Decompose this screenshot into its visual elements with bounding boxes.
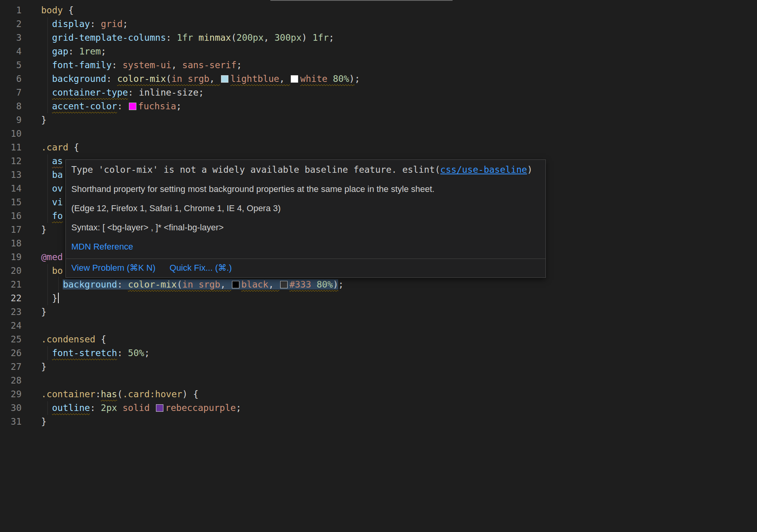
color-swatch[interactable] bbox=[291, 75, 298, 83]
code-token: { bbox=[95, 334, 106, 344]
code-line[interactable]: 9} bbox=[0, 113, 757, 127]
code-content: font-stretch: 50%; bbox=[22, 346, 150, 360]
code-token bbox=[41, 33, 52, 43]
line-number: 2 bbox=[0, 17, 22, 31]
hover-description: Shorthand property for setting most back… bbox=[71, 184, 540, 195]
code-content: ba bbox=[22, 168, 63, 182]
code-token: ; bbox=[144, 348, 150, 358]
code-line[interactable]: 6 background: color-mix(in srgb, lightbl… bbox=[0, 72, 757, 86]
code-line[interactable]: 25.condensed { bbox=[0, 333, 757, 346]
diagnostic-text: Type 'color-mix' is not a widely availab… bbox=[71, 165, 440, 175]
code-line[interactable]: 29.container:has(.card:hover) { bbox=[0, 387, 757, 401]
code-line[interactable]: 8 accent-color: fuchsia; bbox=[0, 100, 757, 113]
code-line[interactable]: 11.card { bbox=[0, 141, 757, 154]
code-line[interactable]: 4 gap: 1rem; bbox=[0, 45, 757, 58]
code-token: 1fr bbox=[312, 33, 329, 43]
code-token: ( bbox=[177, 279, 182, 290]
mdn-reference-link[interactable]: MDN Reference bbox=[71, 242, 133, 252]
code-token: : bbox=[166, 33, 177, 43]
code-token: grid-template-columns bbox=[52, 33, 166, 43]
code-token: rebeccapurple bbox=[155, 403, 236, 413]
code-token: } bbox=[41, 362, 47, 372]
color-swatch[interactable] bbox=[129, 103, 136, 110]
code-content: } bbox=[22, 291, 59, 305]
code-token bbox=[41, 101, 52, 111]
code-line[interactable]: 24 bbox=[0, 319, 757, 333]
code-content: } bbox=[22, 415, 47, 429]
code-token bbox=[193, 33, 199, 43]
code-token bbox=[41, 170, 52, 180]
line-number: 15 bbox=[0, 195, 22, 209]
code-token: 2px bbox=[101, 403, 117, 413]
code-content: ov bbox=[22, 182, 63, 195]
code-content: .card { bbox=[22, 141, 79, 154]
code-token: 1rem bbox=[79, 46, 101, 56]
code-token: : bbox=[90, 19, 101, 29]
code-line[interactable]: 30 outline: 2px solid rebeccapurple; bbox=[0, 401, 757, 415]
code-content bbox=[22, 319, 41, 333]
code-token bbox=[41, 197, 52, 207]
code-content: font-family: system-ui, sans-serif; bbox=[22, 58, 242, 72]
code-token bbox=[307, 33, 313, 43]
code-token: fuchsia bbox=[128, 101, 176, 111]
code-token bbox=[41, 19, 52, 29]
view-problem-action[interactable]: View Problem (⌘K N) bbox=[71, 262, 156, 273]
code-line[interactable]: 26 font-stretch: 50%; bbox=[0, 346, 757, 360]
code-token bbox=[41, 293, 52, 303]
code-token bbox=[41, 211, 52, 221]
code-content: fo bbox=[22, 209, 63, 223]
code-token: inline-size bbox=[139, 87, 198, 98]
quick-fix-action[interactable]: Quick Fix... (⌘.) bbox=[170, 262, 232, 273]
line-number: 6 bbox=[0, 72, 22, 86]
line-number: 3 bbox=[0, 31, 22, 45]
code-token bbox=[193, 279, 199, 290]
line-number: 23 bbox=[0, 305, 22, 319]
code-line[interactable]: 1body { bbox=[0, 4, 757, 17]
code-line[interactable]: 10 bbox=[0, 127, 757, 141]
code-token: sans-serif bbox=[182, 60, 236, 70]
code-content: gap: 1rem; bbox=[22, 45, 106, 58]
code-line[interactable]: 2 display: grid; bbox=[0, 17, 757, 31]
code-token bbox=[41, 266, 52, 276]
code-token: grid bbox=[101, 19, 122, 29]
line-number: 31 bbox=[0, 415, 22, 429]
color-swatch[interactable] bbox=[232, 281, 239, 288]
color-swatch[interactable] bbox=[221, 75, 228, 83]
code-line[interactable]: 28 bbox=[0, 374, 757, 387]
code-content: .container:has(.card:hover) { bbox=[22, 387, 199, 401]
code-line[interactable]: 23} bbox=[0, 305, 757, 319]
code-token: .card bbox=[41, 142, 68, 152]
code-token bbox=[41, 156, 52, 166]
code-line[interactable]: 31} bbox=[0, 415, 757, 429]
code-token: ; bbox=[338, 279, 344, 290]
eslint-rule-link[interactable]: css/use-baseline bbox=[440, 165, 527, 175]
line-number: 14 bbox=[0, 182, 22, 195]
code-token: @med bbox=[41, 252, 63, 262]
color-swatch[interactable] bbox=[156, 404, 163, 412]
line-number: 27 bbox=[0, 360, 22, 374]
code-token: 50% bbox=[128, 348, 145, 358]
code-token: } bbox=[41, 416, 47, 427]
code-token bbox=[328, 74, 333, 84]
code-token: } bbox=[41, 307, 47, 317]
code-content: } bbox=[22, 305, 47, 319]
code-line[interactable]: 27} bbox=[0, 360, 757, 374]
code-line[interactable]: 3 grid-template-columns: 1fr minmax(200p… bbox=[0, 31, 757, 45]
code-line[interactable]: 5 font-family: system-ui, sans-serif; bbox=[0, 58, 757, 72]
code-token bbox=[41, 60, 52, 70]
code-line[interactable]: 21 background: color-mix(in srgb, black,… bbox=[0, 278, 757, 291]
code-line[interactable]: 7 container-type: inline-size; bbox=[0, 86, 757, 100]
code-content: .condensed { bbox=[22, 333, 106, 346]
code-token: ; bbox=[101, 46, 106, 56]
code-token: display bbox=[52, 19, 90, 29]
color-swatch[interactable] bbox=[280, 281, 288, 288]
code-token: black bbox=[231, 279, 268, 290]
code-line[interactable]: 22 } bbox=[0, 291, 757, 305]
code-token: , bbox=[268, 279, 279, 290]
line-number: 24 bbox=[0, 319, 22, 333]
code-token: : bbox=[112, 60, 123, 70]
code-token: , bbox=[264, 33, 275, 43]
line-number: 7 bbox=[0, 86, 22, 100]
code-token: font-stretch bbox=[52, 348, 117, 358]
code-token: ) bbox=[349, 74, 355, 84]
